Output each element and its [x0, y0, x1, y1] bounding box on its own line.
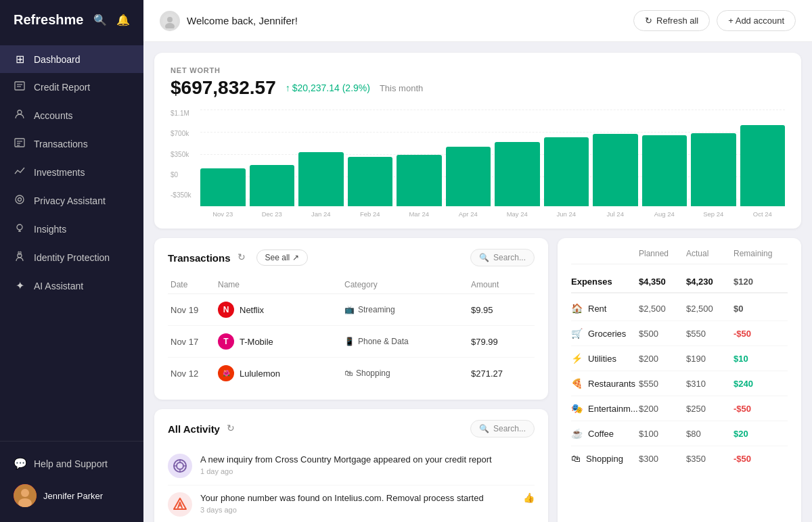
sidebar: Refreshme 🔍 🔔 ⊞ Dashboard Credit Report: [0, 0, 143, 522]
search-icon[interactable]: 🔍: [93, 14, 107, 26]
activity-text: Your phone number was found on Intelius.…: [200, 492, 515, 514]
bar-label: Sep 24: [703, 210, 723, 218]
bar-label: Nov 23: [212, 210, 233, 218]
bar-label: Aug 24: [654, 210, 675, 218]
insights-icon: [14, 222, 26, 236]
transactions-header: Transactions ↻ See all ↗ 🔍 Search...: [168, 249, 535, 266]
svg-point-15: [21, 489, 29, 497]
help-icon: 💬: [14, 457, 26, 470]
expense-row: 🛒Groceries $500 $550 -$50: [571, 321, 788, 346]
groceries-icon: 🛒: [571, 328, 583, 339]
bar-label: Dec 23: [262, 210, 282, 218]
net-worth-change-text: $20,237.14 (2.9%): [292, 82, 370, 93]
expenses-summary-name: Expenses: [571, 277, 639, 287]
bar: [495, 142, 540, 206]
sidebar-item-insights[interactable]: Insights: [0, 215, 143, 243]
sidebar-item-accounts[interactable]: Accounts: [0, 101, 143, 130]
refresh-icon: ↻: [645, 16, 652, 26]
bar: [250, 165, 295, 206]
activity-header: All Activity ↻ 🔍 Search...: [168, 420, 535, 437]
bar: [200, 168, 246, 206]
activity-search[interactable]: 🔍 Search...: [470, 420, 535, 437]
expenses-col-name: [571, 249, 639, 258]
col-amount-header: Amount: [471, 280, 532, 289]
y-label-4: $0: [171, 171, 191, 179]
sidebar-item-label: Dashboard: [34, 54, 81, 65]
bar-label: Jun 24: [556, 210, 576, 218]
expense-actual: $310: [686, 379, 734, 389]
expenses-summary-remaining: $120: [734, 277, 788, 287]
activity-time: 1 day ago: [200, 467, 535, 475]
refresh-all-button[interactable]: ↻ Refresh all: [633, 10, 710, 31]
bell-icon[interactable]: 🔔: [116, 14, 130, 26]
bar-label: Jan 24: [311, 210, 331, 218]
sidebar-item-transactions[interactable]: Transactions: [0, 130, 143, 158]
activity-title: All Activity: [168, 423, 220, 435]
left-column: Transactions ↻ See all ↗ 🔍 Search... D: [154, 238, 548, 522]
net-worth-value: $697,832.57: [171, 77, 276, 99]
expense-actual: $2,500: [686, 304, 734, 314]
activity-refresh-icon[interactable]: ↻: [227, 423, 239, 435]
expense-name: 🏠Rent: [571, 303, 639, 314]
row-date: Nov 19: [171, 305, 218, 315]
bar-group: Nov 23: [200, 110, 246, 218]
table-row: Nov 19 N Netflix 📺 Streaming $9.95: [168, 294, 535, 326]
add-account-button[interactable]: + Add account: [717, 10, 796, 31]
bar-group: Dec 23: [250, 110, 295, 218]
row-category: 🛍 Shopping: [344, 369, 471, 378]
sidebar-item-investments[interactable]: Investments: [0, 158, 143, 187]
expense-planned: $2,500: [639, 304, 686, 314]
expense-row: 🍕Restaurants $550 $310 $240: [571, 371, 788, 396]
sidebar-item-label: Credit Report: [34, 82, 90, 93]
col-name-header: Name: [218, 280, 344, 289]
bar: [397, 155, 442, 206]
help-label: Help and Support: [34, 458, 108, 469]
tmobile-logo: T: [218, 333, 234, 350]
dashboard-content: NET WORTH $697,832.57 ↑ $20,237.14 (2.9%…: [143, 42, 812, 522]
intelius-icon: [168, 492, 192, 517]
search-placeholder: Search...: [493, 424, 526, 433]
sidebar-item-ai-assistant[interactable]: ✦ AI Assistant: [0, 272, 143, 300]
sidebar-item-credit-report[interactable]: Credit Report: [0, 73, 143, 101]
bar: [593, 134, 638, 206]
table-row: Nov 12 🌺 Lululemon 🛍 Shopping $271.27: [168, 358, 535, 389]
expense-remaining: $0: [734, 304, 788, 314]
search-icon: 🔍: [479, 424, 489, 433]
expense-planned: $100: [639, 429, 686, 439]
activity-item: A new inquiry from Cross Country Mortgag…: [168, 447, 535, 485]
transactions-search[interactable]: 🔍 Search...: [470, 249, 535, 266]
col-category-header: Category: [344, 280, 471, 289]
sidebar-item-privacy-assistant[interactable]: Privacy Assistant: [0, 187, 143, 215]
sidebar-item-label: Identity Protection: [34, 252, 110, 263]
bar-group: Sep 24: [691, 110, 736, 218]
sidebar-item-label: Insights: [34, 224, 66, 235]
sidebar-nav: ⊞ Dashboard Credit Report Accounts: [0, 40, 143, 441]
row-date: Nov 17: [171, 337, 218, 347]
expenses-summary-planned: $4,350: [639, 277, 686, 287]
welcome-message: Welcome back, Jennifer!: [160, 11, 298, 31]
shopping-icon: 🛍: [571, 453, 581, 464]
sidebar-item-dashboard[interactable]: ⊞ Dashboard: [0, 45, 143, 73]
transactions-refresh-icon[interactable]: ↻: [238, 252, 250, 264]
thumbs-up-icon[interactable]: 👍: [523, 492, 535, 503]
bar-label: Feb 24: [360, 210, 380, 218]
expense-name: ⚡Utilities: [571, 353, 639, 364]
topbar-actions: ↻ Refresh all + Add account: [633, 10, 796, 31]
net-worth-period: This month: [380, 83, 423, 93]
expenses-col-planned: Planned: [639, 249, 686, 258]
expense-remaining: $240: [734, 379, 788, 389]
activity-time: 3 days ago: [200, 506, 515, 514]
accounts-icon: [14, 109, 26, 122]
identity-icon: [14, 251, 26, 264]
help-support-item[interactable]: 💬 Help and Support: [0, 450, 143, 477]
welcome-text: Welcome back, Jennifer!: [187, 15, 298, 26]
row-amount: $79.99: [471, 337, 532, 347]
user-profile[interactable]: Jennifer Parker: [0, 477, 143, 514]
row-category: 📺 Streaming: [344, 305, 471, 314]
see-all-button[interactable]: See all ↗: [256, 250, 308, 266]
topbar-user-icon: [160, 11, 180, 31]
bar-group: May 24: [495, 110, 540, 218]
expense-actual: $190: [686, 354, 734, 364]
sidebar-item-identity-protection[interactable]: Identity Protection: [0, 243, 143, 272]
restaurants-icon: 🍕: [571, 378, 583, 389]
